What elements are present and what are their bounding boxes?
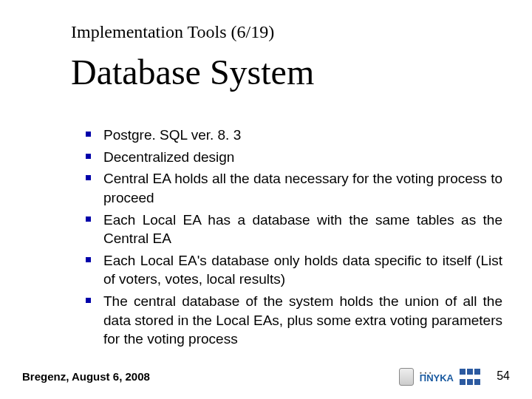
list-item: Postgre. SQL ver. 8. 3: [74, 126, 502, 145]
page-number: 54: [497, 369, 510, 383]
pnyka-logo: ● ● ● ΠΝΥΚΑ: [420, 371, 454, 383]
slide-title: Database System: [71, 52, 314, 92]
list-item: Central EA holds all the data necessary …: [74, 169, 502, 207]
statue-icon: [399, 368, 414, 386]
list-item: Each Local EA's database only holds data…: [74, 251, 502, 289]
bullet-list: Postgre. SQL ver. 8. 3 Decentralized des…: [74, 126, 502, 352]
slide: Implementation Tools (6/19) Database Sys…: [0, 0, 532, 399]
list-item: Each Local EA has a database with the sa…: [74, 211, 502, 248]
footer-logos: ● ● ● ΠΝΥΚΑ: [399, 368, 480, 386]
pnyka-label: ΠΝΥΚΑ: [420, 374, 454, 383]
grid-logo-icon: [460, 369, 480, 385]
footer-date: Bregenz, August 6, 2008: [22, 370, 150, 383]
slide-supertitle: Implementation Tools (6/19): [71, 22, 274, 42]
list-item: The central database of the system holds…: [74, 292, 502, 349]
list-item: Decentralized design: [74, 148, 502, 167]
